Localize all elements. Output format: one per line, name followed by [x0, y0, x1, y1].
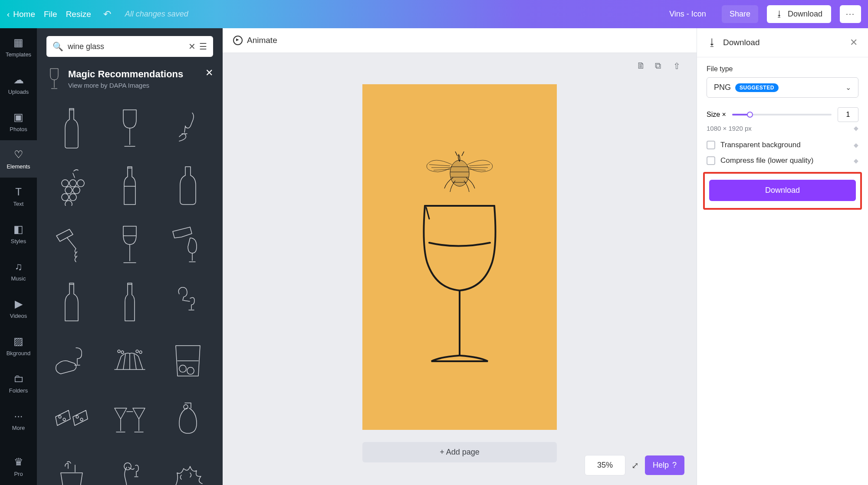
styles-icon: ◧ — [13, 223, 23, 235]
nav-rail: ▦Templates ☁Uploads ▣Photos ♡Elements TT… — [0, 28, 37, 485]
canvas-wine-glass-element[interactable] — [414, 201, 505, 366]
download-top-button[interactable]: ⭳ Download — [767, 5, 831, 23]
search-input[interactable] — [63, 42, 185, 51]
recommendations-title: Magic Recommendations — [68, 69, 213, 80]
element-bottle-5[interactable] — [103, 276, 157, 330]
chevron-left-icon: ‹ — [7, 10, 10, 19]
transparent-bg-checkbox[interactable] — [707, 141, 715, 149]
nav-styles[interactable]: ◧Styles — [0, 215, 37, 252]
elements-icon: ♡ — [14, 148, 23, 161]
nav-label: Uploads — [8, 89, 29, 95]
element-hand-wine[interactable] — [45, 334, 99, 388]
resize-menu[interactable]: Resize — [66, 10, 91, 19]
element-bottle-3[interactable] — [161, 159, 215, 213]
download-top-label: Download — [788, 10, 822, 19]
download-panel-title: Download — [723, 38, 844, 47]
element-wine-bottle[interactable] — [45, 101, 99, 155]
nav-videos[interactable]: ▶Videos — [0, 290, 37, 327]
animate-label: Animate — [247, 36, 277, 45]
download-highlight: Download — [703, 172, 862, 210]
upload-page-icon[interactable]: ⇧ — [673, 61, 683, 70]
nav-label: Photos — [10, 126, 27, 132]
file-type-select[interactable]: PNG SUGGESTED ⌄ — [707, 77, 858, 98]
nav-label: Templates — [6, 51, 31, 58]
element-bottle-2[interactable] — [103, 159, 157, 213]
music-icon: ♫ — [15, 261, 23, 273]
nav-label: Folders — [9, 387, 28, 394]
file-type-value: PNG — [714, 83, 731, 92]
element-hand-glass[interactable] — [161, 101, 215, 155]
help-button[interactable]: Help ? — [645, 455, 684, 475]
bkground-icon: ▨ — [13, 335, 23, 347]
element-cheese[interactable] — [45, 392, 99, 446]
recommendations-header: Magic Recommendations View more by DAPA … — [37, 65, 223, 94]
templates-icon: ▦ — [13, 36, 23, 49]
nav-elements[interactable]: ♡Elements — [0, 140, 37, 178]
element-wine-glass-2[interactable] — [103, 218, 157, 271]
element-ice-bucket[interactable] — [45, 450, 99, 485]
download-cta-button[interactable]: Download — [709, 180, 856, 201]
nav-templates[interactable]: ▦Templates — [0, 28, 37, 66]
canvas-bee-element[interactable] — [421, 141, 499, 195]
help-label: Help — [653, 461, 669, 470]
design-page[interactable] — [362, 84, 557, 430]
nav-text[interactable]: TText — [0, 178, 37, 215]
folders-icon: 🗀 — [13, 373, 24, 385]
nav-bkground[interactable]: ▨Bkground — [0, 327, 37, 364]
animate-button[interactable]: Animate — [233, 36, 277, 45]
notes-icon[interactable]: 🗎 — [637, 61, 646, 70]
filter-icon[interactable]: ☰ — [199, 41, 207, 52]
pro-diamond-icon: ◆ — [854, 125, 858, 132]
element-woman-wine[interactable] — [103, 450, 157, 485]
project-name[interactable]: Vins - Icon — [669, 10, 706, 19]
clear-search-icon[interactable]: ✕ — [188, 41, 196, 52]
element-corkscrew[interactable] — [45, 218, 99, 271]
share-button[interactable]: Share — [722, 5, 758, 23]
nav-label: Music — [11, 275, 26, 282]
pro-diamond-icon: ◆ — [854, 142, 858, 148]
help-question-icon: ? — [672, 461, 677, 470]
search-icon: 🔍 — [53, 41, 63, 52]
transparent-bg-label: Transparent background — [720, 141, 801, 149]
element-person-drinking[interactable] — [161, 276, 215, 330]
element-vineyard[interactable] — [103, 334, 157, 388]
canvas-scroll[interactable]: 🗎 ⧉ ⇧ — [223, 53, 697, 485]
element-bottle-4[interactable] — [45, 276, 99, 330]
element-grapes[interactable] — [45, 159, 99, 213]
fullscreen-icon[interactable]: ⤢ — [631, 460, 639, 471]
nav-photos[interactable]: ▣Photos — [0, 103, 37, 140]
close-download-panel-icon[interactable]: ✕ — [850, 37, 858, 48]
zoom-level[interactable]: 35% — [585, 455, 625, 475]
nav-label: Text — [13, 201, 24, 207]
nav-label: Elements — [7, 163, 30, 170]
close-recommendations-icon[interactable]: ✕ — [205, 67, 213, 79]
more-icon: ··· — [14, 410, 23, 422]
pro-icon: ♛ — [14, 456, 23, 468]
app-header: ‹ Home File Resize ↶ All changes saved V… — [0, 0, 868, 28]
size-input[interactable] — [838, 107, 858, 122]
element-vine-leaves[interactable] — [161, 450, 215, 485]
nav-folders[interactable]: 🗀Folders — [0, 364, 37, 402]
home-button[interactable]: ‹ Home — [7, 10, 35, 19]
nav-music[interactable]: ♫Music — [0, 252, 37, 290]
element-whiskey-glass[interactable] — [161, 334, 215, 388]
nav-pro[interactable]: ♛Pro — [0, 448, 37, 485]
element-decanter[interactable] — [161, 392, 215, 446]
undo-icon[interactable]: ↶ — [103, 9, 111, 20]
size-dimensions: 1080 × 1920 px — [707, 125, 752, 132]
home-label: Home — [13, 10, 35, 19]
nav-more[interactable]: ···More — [0, 402, 37, 439]
element-wine-glass[interactable] — [103, 101, 157, 155]
element-pouring-wine[interactable] — [161, 218, 215, 271]
element-martini-cheers[interactable] — [103, 392, 157, 446]
size-slider[interactable] — [732, 114, 832, 115]
nav-uploads[interactable]: ☁Uploads — [0, 66, 37, 103]
file-menu[interactable]: File — [44, 10, 57, 19]
nav-label: Bkground — [7, 350, 31, 356]
recommendations-subtitle[interactable]: View more by DAPA Images — [68, 82, 213, 89]
compress-checkbox[interactable] — [707, 156, 715, 165]
duplicate-page-icon[interactable]: ⧉ — [655, 61, 664, 70]
more-menu-button[interactable]: ··· — [840, 5, 861, 23]
add-page-button[interactable]: + Add page — [362, 442, 557, 462]
file-type-label: File type — [707, 65, 858, 73]
